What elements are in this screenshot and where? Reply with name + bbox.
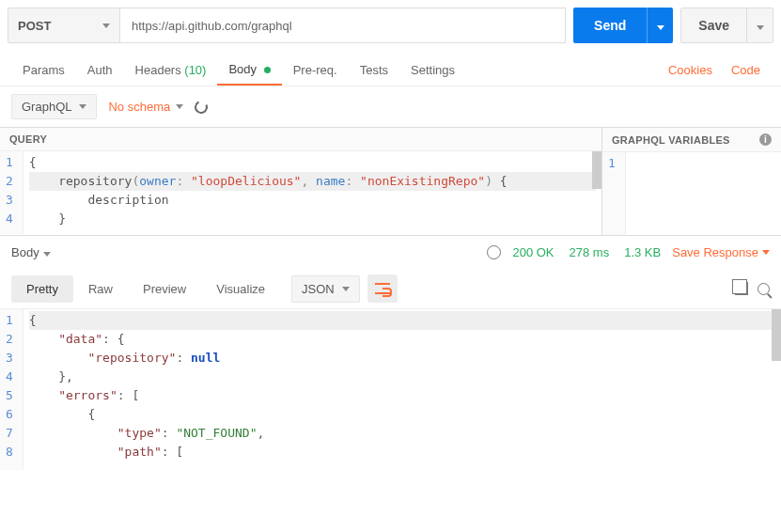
response-size: 1.3 KB [620,245,664,259]
schema-dropdown[interactable]: No schema [108,100,183,114]
tab-params[interactable]: Params [11,55,76,85]
line-wrap-button[interactable] [367,274,398,303]
search-icon[interactable] [758,283,770,295]
tab-auth[interactable]: Auth [76,55,124,85]
tab-tests[interactable]: Tests [349,55,399,85]
save-button[interactable]: Save [680,8,747,43]
wrap-icon [375,283,390,294]
response-time: 278 ms [566,245,614,259]
response-content: { "data": { "repository": null }, "error… [23,309,781,470]
refresh-icon[interactable] [193,99,210,116]
response-status: 200 OK [508,245,557,259]
save-dropdown[interactable] [747,8,773,43]
globe-icon[interactable] [487,245,501,259]
chevron-down-icon [657,25,664,30]
chevron-down-icon [176,104,183,109]
headers-count: (10) [184,63,206,77]
query-gutter: 1234 [0,151,23,234]
resp-format-dropdown[interactable]: JSON [291,275,360,303]
resp-tab-visualize[interactable]: Visualize [201,275,280,303]
vars-gutter: 1 [602,152,626,235]
scrollbar-thumb[interactable] [772,309,781,361]
chevron-down-icon [762,250,770,255]
query-content: { repository(owner: "loopDelicious", nam… [23,151,601,234]
send-dropdown[interactable] [647,8,673,43]
vars-content [626,152,781,235]
response-gutter: 12345678 [0,309,23,470]
active-dot-icon [264,67,271,73]
tab-body-label: Body [228,62,257,76]
tab-body[interactable]: Body [217,55,281,86]
body-type-value: GraphQL [22,100,71,114]
resp-tab-pretty[interactable]: Pretty [11,275,73,303]
cookies-link[interactable]: Cookies [659,55,722,85]
chevron-down-icon [102,23,110,28]
tab-headers-label: Headers [135,63,181,77]
copy-icon[interactable] [735,282,748,295]
query-pane-header: QUERY [0,128,601,151]
send-button[interactable]: Send [573,8,647,43]
request-url-input[interactable] [120,8,566,43]
chevron-down-icon [342,287,350,291]
scrollbar-thumb[interactable] [592,151,601,189]
tab-headers[interactable]: Headers (10) [124,55,218,85]
vars-editor[interactable]: 1 [602,152,781,235]
info-icon[interactable]: i [759,133,772,146]
body-type-dropdown[interactable]: GraphQL [11,94,97,119]
code-link[interactable]: Code [722,55,770,85]
query-editor[interactable]: 1234 { repository(owner: "loopDelicious"… [0,151,601,234]
resp-tab-raw[interactable]: Raw [73,275,128,303]
response-body-viewer[interactable]: 12345678 { "data": { "repository": null … [0,308,781,470]
vars-pane-header: GRAPHQL VARIABLES i [602,128,781,152]
schema-value: No schema [108,100,170,114]
chevron-down-icon [757,25,764,30]
http-method-value: POST [18,19,51,33]
tab-prereq[interactable]: Pre-req. [282,55,349,85]
tab-settings[interactable]: Settings [399,55,466,85]
http-method-dropdown[interactable]: POST [8,8,120,43]
resp-tab-preview[interactable]: Preview [128,275,201,303]
chevron-down-icon [79,104,86,109]
response-body-dropdown[interactable]: Body [11,245,51,259]
save-response-dropdown[interactable]: Save Response [672,245,770,259]
